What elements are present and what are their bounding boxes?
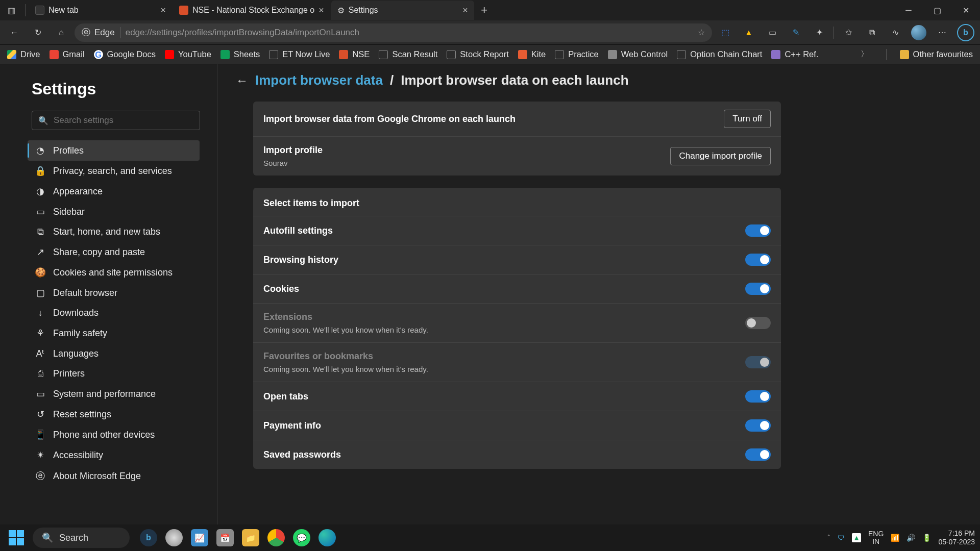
chart-app-icon[interactable]: 📈	[191, 529, 208, 546]
favorites-icon[interactable]: ✩	[838, 22, 859, 43]
sidebar-item-languages[interactable]: AᵗLanguages	[28, 343, 200, 364]
tab-settings[interactable]: ⚙ Settings ×	[331, 1, 474, 20]
sidebar-item-cookies-and-site-permissions[interactable]: 🍪Cookies and site permissions	[28, 262, 200, 283]
bookmark-drive[interactable]: Drive	[7, 49, 40, 59]
sidebar-item-downloads[interactable]: ↓Downloads	[28, 303, 200, 323]
home-button[interactable]: ⌂	[51, 22, 71, 43]
performance-icon[interactable]: ∿	[885, 22, 905, 43]
profile-avatar[interactable]	[909, 22, 929, 43]
extension-stroke-icon[interactable]: ✎	[786, 22, 806, 43]
wifi-icon[interactable]: 📶	[891, 534, 899, 542]
bookmark-practice[interactable]: Practice	[555, 49, 599, 59]
close-icon[interactable]: ×	[318, 5, 324, 16]
sidebar-item-icon: Aᵗ	[35, 348, 46, 359]
toggle-switch	[745, 356, 771, 368]
tab-nse[interactable]: NSE - National Stock Exchange o ×	[173, 1, 330, 20]
tab-newtab[interactable]: New tab ×	[29, 1, 172, 20]
address-bar[interactable]: ⓔ Edge edge://settings/profiles/importBr…	[75, 23, 712, 42]
turn-off-button[interactable]: Turn off	[724, 110, 771, 128]
other-favourites[interactable]: Other favourites	[900, 49, 973, 59]
bookmark-gmail[interactable]: Gmail	[50, 49, 85, 59]
sidebar-item-default-browser[interactable]: ▢Default browser	[28, 283, 200, 303]
search-input[interactable]	[54, 115, 193, 126]
sidebar-item-share-copy-and-paste[interactable]: ↗Share, copy and paste	[28, 242, 200, 262]
collections-icon[interactable]: ⧉	[862, 22, 882, 43]
search-icon: 🔍	[38, 116, 48, 126]
sidebar-item-label: Start, home, and new tabs	[53, 227, 160, 237]
security-icon[interactable]: 🛡	[838, 534, 845, 542]
whatsapp-icon[interactable]: 💬	[293, 529, 310, 546]
extensions-icon[interactable]: ✦	[809, 22, 829, 43]
bookmark-youtube[interactable]: YouTube	[165, 49, 211, 59]
sidebar-item-system-and-performance[interactable]: ▭System and performance	[28, 384, 200, 404]
back-arrow-icon[interactable]: ←	[236, 73, 248, 88]
file-explorer-icon[interactable]: 📁	[242, 529, 259, 546]
bookmark-nse[interactable]: NSE	[339, 49, 370, 59]
bookmark-kite[interactable]: Kite	[518, 49, 546, 59]
bookmark-label: NSE	[352, 49, 370, 59]
back-button[interactable]: ←	[4, 22, 24, 43]
toggle-switch[interactable]	[745, 390, 771, 403]
change-profile-button[interactable]: Change import profile	[670, 147, 771, 165]
sidebar-item-family-safety[interactable]: ⚘Family safety	[28, 323, 200, 343]
picture-in-picture-icon[interactable]: ▭	[762, 22, 782, 43]
bookmark-scan[interactable]: Scan Result	[379, 49, 437, 59]
toggle-switch[interactable]	[745, 448, 771, 461]
drive-icon[interactable]: ▲	[739, 22, 759, 43]
close-window-button[interactable]: ✕	[951, 0, 980, 20]
bookmark-label: ET Now Live	[282, 49, 330, 59]
sidebar-item-about-microsoft-edge[interactable]: ⓔAbout Microsoft Edge	[28, 465, 200, 487]
sidebar-item-privacy-search-and-services[interactable]: 🔒Privacy, search, and services	[28, 161, 200, 181]
edge-icon[interactable]	[318, 529, 336, 546]
refresh-button[interactable]: ↻	[28, 22, 48, 43]
more-icon[interactable]: ⋯	[932, 22, 952, 43]
bookmark-docs[interactable]: GGoogle Docs	[94, 49, 156, 59]
sidebar-item-reset-settings[interactable]: ↺Reset settings	[28, 404, 200, 424]
bing-chat-taskbar-icon[interactable]: b	[140, 529, 157, 546]
bing-chat-icon[interactable]: b	[955, 22, 976, 43]
overflow-chevron-icon[interactable]: 〉	[856, 49, 873, 60]
tab-actions-icon[interactable]: ▥	[0, 0, 22, 20]
battery-icon[interactable]: 🔋	[922, 534, 931, 542]
globe-icon	[35, 6, 44, 15]
toggle-switch[interactable]	[745, 283, 771, 295]
start-button[interactable]	[5, 527, 28, 549]
calendar-app-icon[interactable]: 📅	[216, 529, 234, 546]
folder-icon	[900, 50, 909, 59]
bookmark-optionchain[interactable]: Option Chain Chart	[677, 49, 762, 59]
toggle-switch[interactable]	[745, 419, 771, 432]
clock[interactable]: 7:16 PM05-07-2023	[938, 529, 975, 546]
toggle-switch[interactable]	[745, 254, 771, 266]
taskbar-search[interactable]: 🔍 Search	[33, 528, 130, 548]
toggle-switch[interactable]	[745, 224, 771, 237]
sidebar-item-appearance[interactable]: ◑Appearance	[28, 181, 200, 202]
tray-chevron-icon[interactable]: ˄	[827, 534, 830, 542]
weather-icon[interactable]	[165, 529, 183, 546]
favorite-star-icon[interactable]: ☆	[698, 28, 705, 37]
translate-icon[interactable]: ⬚	[715, 22, 736, 43]
breadcrumb-link[interactable]: Import browser data	[255, 72, 383, 88]
close-icon[interactable]: ×	[160, 5, 166, 16]
sheets-icon	[220, 50, 230, 59]
close-icon[interactable]: ×	[462, 5, 468, 16]
sidebar-item-sidebar[interactable]: ▭Sidebar	[28, 202, 200, 222]
bookmark-webcontrol[interactable]: Web Control	[608, 49, 668, 59]
volume-icon[interactable]: 🔊	[906, 534, 915, 542]
language-indicator[interactable]: ENGIN	[868, 530, 884, 546]
drive-tray-icon[interactable]: ▲	[852, 533, 861, 542]
tabs: New tab × NSE - National Stock Exchange …	[29, 0, 494, 20]
chrome-icon[interactable]	[267, 529, 285, 546]
sidebar-item-start-home-and-new-tabs[interactable]: ⧉Start, home, and new tabs	[28, 222, 200, 242]
search-settings[interactable]: 🔍	[32, 111, 200, 130]
maximize-button[interactable]: ▢	[923, 0, 951, 20]
sidebar-item-profiles[interactable]: ◔Profiles	[28, 140, 200, 161]
bookmark-cppref[interactable]: C++ Ref.	[771, 49, 818, 59]
sidebar-item-phone-and-other-devices[interactable]: 📱Phone and other devices	[28, 424, 200, 445]
sidebar-item-accessibility[interactable]: ✴Accessibility	[28, 445, 200, 465]
bookmark-stock[interactable]: Stock Report	[447, 49, 508, 59]
bookmark-sheets[interactable]: Sheets	[220, 49, 260, 59]
new-tab-button[interactable]: +	[475, 4, 494, 17]
sidebar-item-printers[interactable]: ⎙Printers	[28, 364, 200, 384]
minimize-button[interactable]: ─	[894, 0, 923, 20]
bookmark-etnow[interactable]: ET Now Live	[269, 49, 330, 59]
